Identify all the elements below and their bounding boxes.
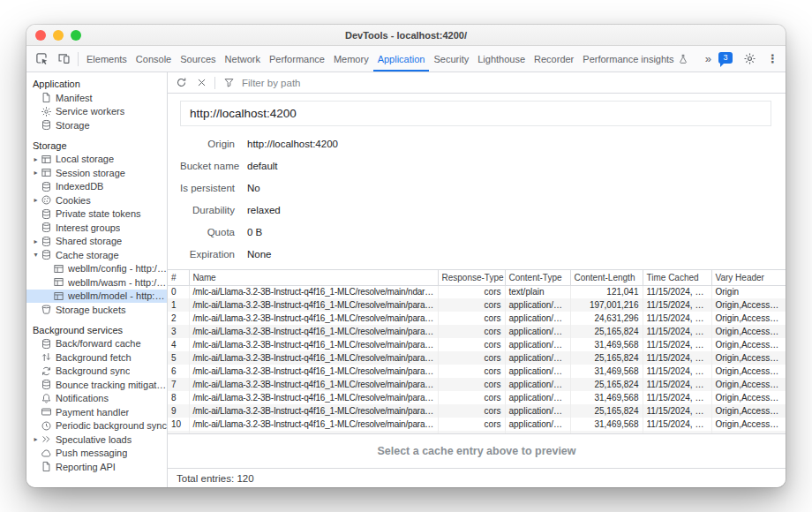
tab-lighthouse[interactable]: Lighthouse — [473, 46, 530, 72]
sidebar-item-label: Storage buckets — [56, 305, 126, 315]
table-row[interactable]: 1/mlc-ai/Llama-3.2-3B-Instruct-q4f16_1-M… — [168, 298, 786, 312]
sidebar-item-cookies[interactable]: ▸Cookies — [26, 193, 167, 207]
cell: 24,631,296 — [570, 312, 643, 325]
cell: /mlc-ai/Llama-3.2-3B-Instruct-q4f16_1-ML… — [189, 338, 438, 351]
tab-network[interactable]: Network — [221, 46, 265, 72]
sidebar-item-webllm-model-http-loc[interactable]: webllm/model - http://loc… — [26, 290, 167, 304]
table-row[interactable]: 3/mlc-ai/Llama-3.2-3B-Instruct-q4f16_1-M… — [168, 325, 786, 338]
tab-application[interactable]: Application — [373, 46, 430, 72]
sidebar-item-push-messaging[interactable]: Push messaging — [26, 447, 167, 461]
close-button[interactable] — [35, 30, 46, 41]
sidebar-item-interest-groups[interactable]: Interest groups — [26, 221, 167, 235]
sidebar-item-payment-handler[interactable]: Payment handler — [26, 405, 167, 419]
tabbar-left-icons — [26, 46, 74, 72]
sidebar-item-speculative-loads[interactable]: ▸Speculative loads — [26, 433, 167, 447]
sidebar-item-indexeddb[interactable]: IndexedDB — [26, 180, 167, 194]
card-icon — [41, 406, 52, 418]
sidebar-item-background-fetch[interactable]: Background fetch — [26, 350, 167, 365]
column-header-name[interactable]: Name — [189, 270, 438, 285]
sidebar-item-private-state-tokens[interactable]: Private state tokens — [26, 207, 167, 222]
sidebar-item-session-storage[interactable]: ▸Session storage — [26, 166, 167, 180]
sidebar-item-storage-buckets[interactable]: Storage buckets — [26, 303, 167, 317]
cell: 11/15/2024, 10… — [643, 378, 711, 391]
sidebar-item-reporting-api[interactable]: Reporting API — [26, 460, 167, 474]
cell: 2 — [168, 312, 189, 325]
cell: 1 — [168, 298, 189, 312]
expand-arrow-icon[interactable]: ▸ — [32, 155, 40, 163]
more-tabs-icon[interactable]: » — [705, 52, 711, 65]
cache-storage-panel: Filter by path http://localhost:4200 Ori… — [168, 72, 786, 487]
tab-console[interactable]: Console — [132, 46, 176, 72]
expand-arrow-icon[interactable]: ▸ — [32, 169, 40, 177]
cell: /mlc-ai/Llama-3.2-3B-Instruct-q4f16_1-ML… — [189, 285, 438, 298]
tab-sources[interactable]: Sources — [176, 46, 220, 72]
settings-gear-icon[interactable] — [740, 49, 760, 69]
cell: 9 — [168, 404, 189, 418]
tab-memory[interactable]: Memory — [329, 46, 373, 72]
column-header-response-type[interactable]: Response-Type — [438, 270, 505, 285]
sidebar-item-label: Notifications — [56, 393, 109, 403]
table-row[interactable]: 6/mlc-ai/Llama-3.2-3B-Instruct-q4f16_1-M… — [168, 365, 786, 378]
kebab-menu-icon[interactable]: ⋮ — [767, 52, 778, 65]
tab-performance[interactable]: Performance — [265, 46, 329, 72]
sidebar-item-bounce-tracking-mitigations[interactable]: Bounce tracking mitigations — [26, 378, 167, 392]
tab-performance-insights[interactable]: Performance insights — [578, 46, 692, 72]
fetch-icon — [41, 351, 52, 363]
refresh-icon[interactable] — [174, 76, 188, 90]
column-header-vary-header[interactable]: Vary Header — [711, 270, 786, 285]
tab-security[interactable]: Security — [429, 46, 473, 72]
sidebar-item-service-workers[interactable]: Service workers — [26, 105, 167, 119]
table-row[interactable]: 0/mlc-ai/Llama-3.2-3B-Instruct-q4f16_1-M… — [168, 285, 786, 298]
minimize-button[interactable] — [53, 30, 64, 41]
sidebar-item-label: Local storage — [56, 154, 114, 164]
sidebar-item-notifications[interactable]: Notifications — [26, 392, 167, 406]
inspect-icon[interactable] — [32, 49, 52, 69]
table-row[interactable]: 4/mlc-ai/Llama-3.2-3B-Instruct-q4f16_1-M… — [168, 338, 786, 351]
cell: 25,165,824 — [570, 378, 643, 391]
expand-arrow-icon[interactable]: ▸ — [32, 237, 40, 245]
device-toolbar-icon[interactable] — [54, 49, 74, 69]
sidebar-item-webllm-config-http-loc[interactable]: webllm/config - http://loc… — [26, 262, 167, 276]
sidebar-item-manifest[interactable]: Manifest — [26, 91, 167, 105]
column-header-content-type[interactable]: Content-Type — [505, 270, 570, 285]
collapse-arrow-icon[interactable]: ▾ — [32, 251, 40, 259]
cloud-icon — [41, 448, 52, 459]
table-row[interactable]: 7/mlc-ai/Llama-3.2-3B-Instruct-q4f16_1-M… — [168, 378, 786, 391]
sidebar-item-back-forward-cache[interactable]: Back/forward cache — [26, 337, 167, 351]
cell: /mlc-ai/Llama-3.2-3B-Instruct-q4f16_1-ML… — [189, 325, 438, 338]
sidebar-section-title: Background services — [26, 324, 167, 337]
divider — [214, 77, 215, 89]
expand-arrow-icon[interactable]: ▸ — [32, 435, 40, 443]
document-icon — [41, 92, 52, 103]
column-header-time-cached[interactable]: Time Cached — [643, 270, 711, 285]
sidebar-item-local-storage[interactable]: ▸Local storage — [26, 153, 167, 167]
delete-selected-icon[interactable] — [194, 76, 208, 90]
table-row[interactable]: 8/mlc-ai/Llama-3.2-3B-Instruct-q4f16_1-M… — [168, 391, 786, 404]
table-row[interactable]: 2/mlc-ai/Llama-3.2-3B-Instruct-q4f16_1-M… — [168, 312, 786, 325]
column-header-content-length[interactable]: Content-Length — [570, 270, 643, 285]
cell: Origin,Access… — [711, 404, 786, 418]
cell: cors — [438, 418, 505, 431]
zoom-button[interactable] — [71, 30, 81, 41]
sidebar-item-background-sync[interactable]: Background sync — [26, 365, 167, 379]
console-messages-badge[interactable]: 3 — [718, 52, 733, 65]
cell: application/oc… — [505, 378, 570, 391]
sidebar-item-webllm-wasm-http-loca[interactable]: webllm/wasm - http://loca… — [26, 275, 167, 290]
column-header-num[interactable]: # — [168, 270, 189, 285]
sidebar-item-shared-storage[interactable]: ▸Shared storage — [26, 235, 167, 249]
filter-input[interactable]: Filter by path — [242, 78, 300, 88]
field-value-origin: http://localhost:4200 — [247, 138, 771, 150]
cell: 10 — [168, 418, 189, 431]
table-row[interactable]: 9/mlc-ai/Llama-3.2-3B-Instruct-q4f16_1-M… — [168, 404, 786, 418]
table-icon — [41, 154, 52, 165]
cell: Origin,Access… — [711, 312, 786, 325]
table-row[interactable]: 5/mlc-ai/Llama-3.2-3B-Instruct-q4f16_1-M… — [168, 351, 786, 365]
sidebar-item-periodic-background-sync[interactable]: Periodic background sync — [26, 419, 167, 433]
sidebar-item-cache-storage[interactable]: ▾Cache storage — [26, 248, 167, 262]
cell: cors — [438, 338, 505, 351]
expand-arrow-icon[interactable]: ▸ — [32, 196, 40, 204]
table-row[interactable]: 10/mlc-ai/Llama-3.2-3B-Instruct-q4f16_1-… — [168, 418, 786, 431]
tab-recorder[interactable]: Recorder — [530, 46, 578, 72]
tab-elements[interactable]: Elements — [82, 46, 132, 72]
sidebar-item-storage[interactable]: Storage — [26, 118, 167, 132]
